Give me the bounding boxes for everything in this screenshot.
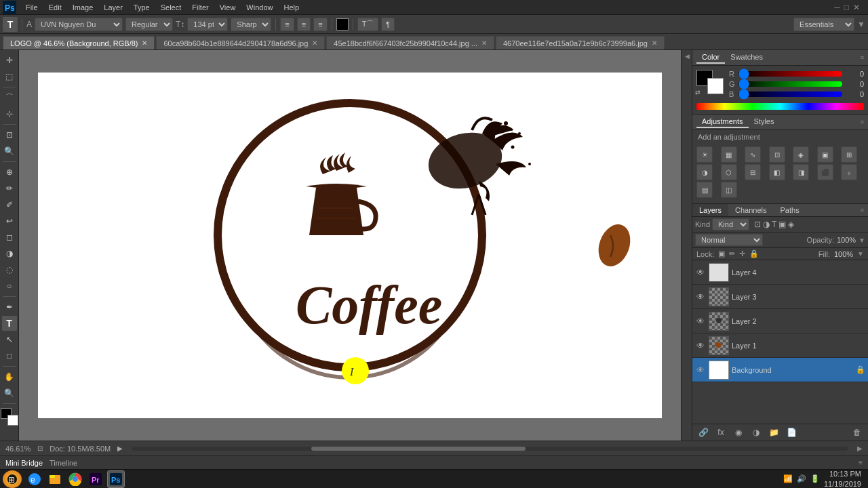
photo-filter-icon[interactable]: ⬡ <box>721 164 737 180</box>
align-left-btn[interactable]: ≡ <box>280 18 294 31</box>
quick-select-tool[interactable]: ⊹ <box>2 106 17 121</box>
blur-tool[interactable]: ◌ <box>2 262 17 277</box>
tab-img1[interactable]: 60ca98b604b1e889644d2904178a6d96.jpg ✕ <box>156 36 325 49</box>
gradient-tool[interactable]: ◑ <box>2 246 17 261</box>
marquee-tool[interactable]: ⬚ <box>2 69 17 84</box>
workspace-dropdown-icon[interactable]: ▼ <box>857 20 865 29</box>
menu-filter[interactable]: Filter <box>186 2 214 13</box>
brush-tool[interactable]: ✏ <box>2 181 17 196</box>
selective-color-icon[interactable]: ◫ <box>721 182 737 198</box>
lasso-tool[interactable]: ⌒ <box>2 90 17 105</box>
new-layer-btn[interactable]: 📄 <box>785 426 798 439</box>
channels-tab[interactable]: Channels <box>728 204 773 216</box>
layer-row-2[interactable]: 👁 Layer 2 <box>692 309 868 333</box>
eyedropper-tool[interactable]: 🔍 <box>2 144 17 159</box>
b-slider[interactable] <box>738 92 842 97</box>
new-adjustment-btn[interactable]: ◑ <box>749 426 763 439</box>
lock-all-icon[interactable]: 🔒 <box>749 249 759 258</box>
opacity-value[interactable]: 100% <box>837 236 856 244</box>
link-layers-btn[interactable]: 🔗 <box>696 426 710 439</box>
menu-edit[interactable]: Edit <box>43 2 67 13</box>
menu-file[interactable]: File <box>20 2 43 13</box>
color-panel-collapse[interactable]: ≡ <box>861 54 864 61</box>
background-color[interactable] <box>7 415 18 426</box>
taskbar-explorer[interactable] <box>46 470 64 488</box>
filter-type-icon[interactable]: T <box>772 220 776 229</box>
font-size-select[interactable]: 134 pt <box>187 18 228 31</box>
collapse-arrow[interactable]: ◀ <box>682 50 692 62</box>
move-tool[interactable]: ✛ <box>2 53 17 68</box>
swatches-tab[interactable]: Swatches <box>725 52 768 64</box>
background-visibility[interactable]: 👁 <box>695 365 706 375</box>
tab-close-img3[interactable]: ✕ <box>652 39 657 47</box>
brightness-contrast-icon[interactable]: ☀ <box>696 146 713 163</box>
exposure-icon[interactable]: ⊡ <box>769 146 785 163</box>
zoom-icon[interactable]: ⊡ <box>37 445 43 452</box>
lock-position-icon[interactable]: ✛ <box>739 249 745 258</box>
anti-alias-select[interactable]: Sharp <box>231 18 271 31</box>
menu-type[interactable]: Type <box>128 2 155 13</box>
text-tool-icon[interactable]: T <box>3 17 18 32</box>
tab-close-img1[interactable]: ✕ <box>312 39 317 47</box>
delete-layer-btn[interactable]: 🗑 <box>850 426 864 439</box>
hand-tool[interactable]: ✋ <box>2 369 17 384</box>
fg-bg-swatches[interactable]: ⇄ <box>696 70 724 94</box>
fill-arrow[interactable]: ▼ <box>857 250 864 258</box>
gradient-map-icon[interactable]: ▤ <box>696 182 713 198</box>
taskbar-ie[interactable]: e <box>26 470 43 488</box>
shape-tool[interactable]: □ <box>2 348 17 363</box>
threshold-icon[interactable]: ⬦ <box>841 164 857 180</box>
zoom-tool[interactable]: 🔍 <box>2 386 17 401</box>
pen-tool[interactable]: ✒ <box>2 300 17 314</box>
channel-mixer-icon[interactable]: ⊟ <box>745 164 761 180</box>
align-right-btn[interactable]: ≡ <box>313 18 327 31</box>
menu-help[interactable]: Help <box>278 2 304 13</box>
invert-icon[interactable]: ◨ <box>793 164 809 180</box>
text-tool[interactable]: T <box>2 316 17 331</box>
layer-4-visibility[interactable]: 👁 <box>695 267 706 278</box>
hue-sat-icon[interactable]: ▣ <box>817 146 833 163</box>
tab-img3[interactable]: 4670ee116e7ed15a0a71e9b6c73999a6.jpg ✕ <box>496 36 665 49</box>
align-center-btn[interactable]: ≡ <box>297 18 311 31</box>
layer-row-3[interactable]: 👁 Layer 3 <box>692 285 868 309</box>
layer-row-1[interactable]: 👁 Layer 1 <box>692 333 868 358</box>
color-balance-icon[interactable]: ⊞ <box>841 146 857 163</box>
battery-icon[interactable]: 🔋 <box>810 474 820 483</box>
crop-tool[interactable]: ⊡ <box>2 127 17 142</box>
eraser-tool[interactable]: ◻ <box>2 230 17 245</box>
color-lookup-icon[interactable]: ◧ <box>769 164 785 180</box>
volume-icon[interactable]: 🔊 <box>797 474 806 483</box>
clone-tool[interactable]: ✐ <box>2 197 17 212</box>
levels-icon[interactable]: ▦ <box>721 146 737 163</box>
minimize-btn[interactable]: ─ <box>834 3 840 12</box>
lock-transparent-icon[interactable]: ▣ <box>718 249 725 258</box>
mini-bridge-tab[interactable]: Mini Bridge <box>5 459 43 467</box>
menu-window[interactable]: Window <box>241 2 278 13</box>
bw-icon[interactable]: ◑ <box>696 164 713 180</box>
paths-tab[interactable]: Paths <box>774 204 806 216</box>
swap-colors-icon[interactable]: ⇄ <box>695 89 701 96</box>
tab-close-img2[interactable]: ✕ <box>481 39 487 47</box>
clock[interactable]: 10:13 PM 11/19/2019 <box>824 469 861 488</box>
start-button[interactable]: ⊞ <box>3 470 22 488</box>
layers-panel-collapse[interactable]: ≡ <box>861 207 864 214</box>
history-tool[interactable]: ↩ <box>2 214 17 228</box>
layer-2-visibility[interactable]: 👁 <box>695 316 706 327</box>
font-style-select[interactable]: Regular <box>125 18 173 31</box>
add-style-btn[interactable]: fx <box>714 426 728 439</box>
fill-value[interactable]: 100% <box>834 250 853 258</box>
r-slider[interactable] <box>738 71 842 77</box>
lock-image-icon[interactable]: ✏ <box>729 249 735 258</box>
network-icon[interactable]: 📶 <box>783 474 793 483</box>
add-mask-btn[interactable]: ◉ <box>732 426 745 439</box>
taskbar-chrome[interactable] <box>66 470 84 488</box>
warp-text-btn[interactable]: T⌒ <box>357 18 379 31</box>
adjustments-tab[interactable]: Adjustments <box>696 116 749 128</box>
filter-pixel-icon[interactable]: ⊡ <box>754 220 761 229</box>
taskbar-photoshop[interactable]: Ps <box>107 470 125 488</box>
horizontal-scrollbar[interactable] <box>132 447 848 451</box>
color-swatches[interactable] <box>1 408 18 426</box>
curves-icon[interactable]: ∿ <box>745 146 761 163</box>
canvas-area[interactable]: Coffee <box>19 50 681 441</box>
dodge-tool[interactable]: ○ <box>2 279 17 293</box>
